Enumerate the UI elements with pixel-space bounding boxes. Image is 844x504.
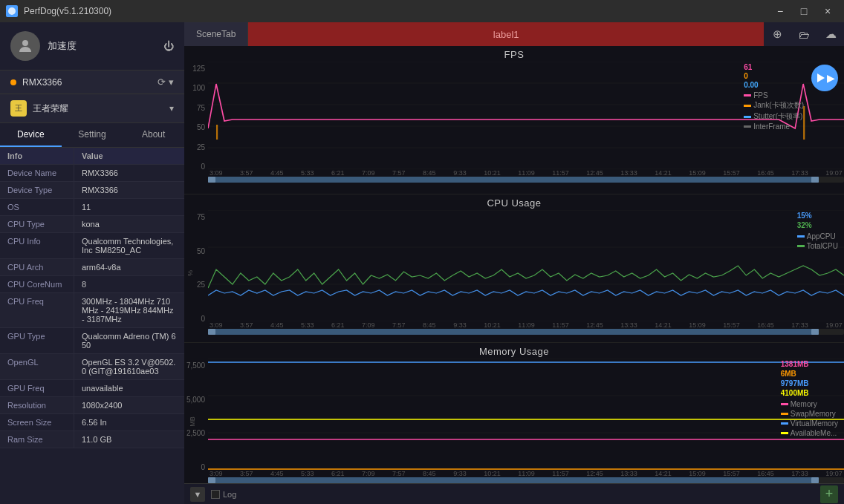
info-key: Device Name	[0, 165, 74, 181]
virtmem-val: 9797MB	[781, 379, 838, 387]
cloud-icon-btn[interactable]: ☁	[817, 22, 844, 46]
memory-scroll-track[interactable]	[208, 477, 844, 483]
memory-chart-body: 1381MB 6MB 9797MB 4100MB Memory SwapMemo…	[208, 359, 844, 483]
memory-scroll-thumb[interactable]	[208, 477, 819, 483]
interframe-legend-item: InterFrame	[744, 122, 804, 131]
fps-yaxis: 125 100 75 50 25 0	[184, 62, 208, 184]
mem-y0: 0	[201, 463, 205, 471]
table-row: CPU Freq300MHz - 1804MHz 710MHz - 2419MH…	[0, 293, 184, 328]
device-name-label: RMX3366	[22, 77, 152, 88]
cpu-y2: 50	[197, 247, 205, 255]
cpu-scroll-thumb[interactable]	[208, 329, 819, 335]
info-header-row: Info Value	[0, 148, 184, 165]
fps-xaxis: 3:093:574:455:336:217:097:578:459:3310:2…	[208, 169, 844, 177]
dropdown-icon[interactable]: ▾	[169, 76, 174, 88]
table-row: CPU Typekona	[0, 216, 184, 233]
mem-y1: 2,500	[186, 429, 205, 437]
swapmem-legend-item: SwapMemory	[781, 410, 838, 418]
stutter-legend-item: Stutter(卡顿率)	[744, 111, 804, 122]
table-row: Device NameRMX3366	[0, 165, 184, 182]
tab-about[interactable]: About	[123, 123, 184, 147]
fps-chart-body: 61 0 0.00 FPS Jank(卡顿次数) Stutter(卡顿率)	[208, 62, 844, 184]
info-value: RMX3366	[74, 165, 184, 181]
info-key: CPU CoreNum	[0, 276, 74, 292]
fps-y1: 25	[197, 143, 205, 151]
fps-y0: 0	[201, 163, 205, 171]
cpu-svg	[208, 210, 844, 321]
info-value: 6.56 In	[74, 414, 184, 431]
app-name-label: 王者荣耀	[33, 102, 163, 115]
add-chart-button[interactable]: +	[820, 485, 838, 503]
close-button[interactable]: ×	[817, 4, 838, 19]
tab-setting[interactable]: Setting	[62, 123, 123, 147]
fps-scroll-handle-right[interactable]	[811, 177, 819, 183]
fps-legend-val: 61	[744, 63, 804, 71]
info-value: unavailable	[74, 380, 184, 396]
memory-scroll-handle-left[interactable]	[208, 477, 215, 483]
tab-device[interactable]: Device	[0, 123, 62, 147]
info-table: Info Value Device NameRMX3366Device Type…	[0, 148, 184, 504]
top-icon-bar: ⊕ 🗁 ☁	[764, 22, 844, 46]
memory-svg	[208, 359, 844, 470]
main-layout: 加速度 ⏻ RMX3366 ⟳ ▾ 王 王者荣耀 ▾ Device Settin…	[0, 22, 844, 504]
log-label: Log	[223, 490, 236, 499]
play-button[interactable]	[811, 65, 838, 91]
appcpu-val: 15%	[797, 212, 838, 220]
table-row: Ram Size11.0 GB	[0, 431, 184, 448]
appcpu-legend: AppCPU	[797, 232, 838, 240]
cpu-scroll-handle-left[interactable]	[208, 329, 215, 335]
fps-scroll-handle-left[interactable]	[208, 177, 215, 183]
minimize-button[interactable]: −	[770, 4, 791, 19]
cpu-chart-inner: 75 50 25 0 15% 32% AppCPU	[184, 210, 844, 336]
info-value: arm64-v8a	[74, 259, 184, 275]
info-key: GPU Freq	[0, 380, 74, 396]
totalcpu-val: 32%	[797, 221, 838, 229]
app-dropdown-icon[interactable]: ▾	[169, 103, 174, 114]
cpu-chart-title: CPU Usage	[184, 194, 844, 210]
cpu-scroll-track[interactable]	[208, 329, 844, 335]
info-value: OpenGL ES 3.2 V@0502.0 (GIT@191610ae03	[74, 354, 184, 379]
collapse-button[interactable]: ▼	[190, 487, 205, 502]
app-title: PerfDog(v5.1.210300)	[24, 6, 764, 16]
fps-scroll-track[interactable]	[208, 177, 844, 183]
log-checkbox[interactable]	[211, 490, 220, 499]
restore-button[interactable]: □	[793, 4, 814, 19]
info-rows: Device NameRMX3366Device TypeRMX3366OS11…	[0, 165, 184, 448]
jank-legend-val: 0	[744, 72, 804, 80]
info-value: 11	[74, 199, 184, 215]
info-key: Device Type	[0, 182, 74, 198]
info-value: 8	[74, 276, 184, 292]
sidebar: 加速度 ⏻ RMX3366 ⟳ ▾ 王 王者荣耀 ▾ Device Settin…	[0, 22, 184, 504]
info-key: GPU Type	[0, 328, 74, 353]
info-value: RMX3366	[74, 182, 184, 198]
power-icon[interactable]: ⏻	[163, 40, 174, 52]
window-controls: − □ ×	[770, 4, 838, 19]
folder-icon-btn[interactable]: 🗁	[791, 22, 817, 46]
memory-scroll-handle-right[interactable]	[811, 477, 819, 483]
target-icon-btn[interactable]: ⊕	[764, 22, 791, 46]
info-key: CPU Type	[0, 216, 74, 232]
cpu-ylabel: %	[186, 270, 194, 276]
svg-point-0	[8, 7, 16, 15]
app-row[interactable]: 王 王者荣耀 ▾	[0, 94, 184, 123]
info-key: Screen Size	[0, 414, 74, 431]
fps-y4: 100	[192, 84, 205, 92]
cpu-scroll-handle-right[interactable]	[811, 329, 819, 335]
info-value: 11.0 GB	[74, 431, 184, 448]
refresh-icon[interactable]: ⟳	[158, 76, 166, 88]
fps-chart: FPS 125 100 75 50 25 0	[184, 46, 844, 194]
table-row: GPU TypeQualcomm Adreno (TM) 650	[0, 328, 184, 354]
scene-tab[interactable]: SceneTab	[184, 22, 248, 46]
device-action-icons: ⟳ ▾	[158, 76, 174, 88]
memory-legend: 1381MB 6MB 9797MB 4100MB Memory SwapMemo…	[781, 360, 838, 437]
memory-chart: Memory Usage 7,500 5,000 2,500 0 1381MB …	[184, 343, 844, 483]
svg-marker-2	[817, 73, 825, 82]
fps-y5: 125	[192, 65, 205, 73]
fps-legend: 61 0 0.00 FPS Jank(卡顿次数) Stutter(卡顿率)	[744, 63, 804, 131]
fps-scroll-thumb[interactable]	[208, 177, 819, 183]
stutter-legend-val: 0.00	[744, 81, 804, 89]
info-key: Ram Size	[0, 431, 74, 448]
device-row[interactable]: RMX3366 ⟳ ▾	[0, 71, 184, 94]
info-key: CPU Arch	[0, 259, 74, 275]
label-bar: label1	[248, 22, 764, 46]
